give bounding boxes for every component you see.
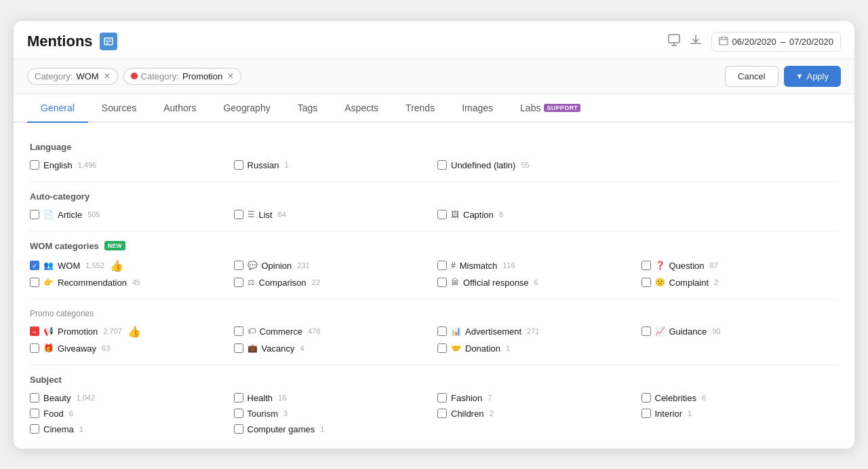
checkbox-children[interactable]: [437, 409, 447, 418]
giveaway-icon: 🎁: [43, 343, 54, 353]
checkbox-commerce[interactable]: [234, 326, 243, 336]
checkbox-undefined-latin[interactable]: [437, 160, 447, 170]
header-left: Mentions: [27, 33, 117, 50]
list-item: 📈 Guidance 90: [642, 325, 839, 338]
opinion-count: 231: [297, 261, 309, 269]
tab-authors[interactable]: Authors: [150, 94, 210, 123]
checkbox-beauty[interactable]: [30, 393, 39, 402]
checkbox-list[interactable]: [234, 210, 243, 219]
tab-sources[interactable]: Sources: [88, 94, 150, 123]
tab-images[interactable]: Images: [448, 94, 507, 123]
checkbox-complaint[interactable]: [642, 278, 651, 287]
cinema-count: 1: [79, 425, 83, 433]
language-section-title: Language: [30, 142, 838, 152]
support-badge: SUPPORT: [544, 104, 580, 112]
checkbox-vacancy[interactable]: [234, 343, 243, 353]
checkbox-mismatch[interactable]: [437, 261, 447, 270]
checkbox-donation[interactable]: [437, 343, 447, 353]
tab-tags[interactable]: Tags: [284, 94, 332, 123]
tab-geography[interactable]: Geography: [210, 94, 283, 123]
checkbox-russian[interactable]: [234, 160, 243, 170]
commerce-count: 478: [308, 327, 320, 335]
question-count: 87: [710, 261, 718, 269]
auto-category-grid: 📄 Article 505 ☰ List 64 🖼 Caption 8: [30, 210, 838, 220]
tag-wom-close[interactable]: ✕: [104, 71, 111, 81]
checkbox-computer-games[interactable]: [234, 424, 243, 434]
tab-trends[interactable]: Trends: [392, 94, 448, 123]
presentation-icon[interactable]: [668, 34, 680, 49]
guidance-count: 90: [712, 327, 720, 335]
list-item: ❓ Question 87: [642, 259, 839, 272]
header-right: 06/20/2020 – 07/20/2020: [668, 32, 841, 52]
mismatch-icon: #: [451, 261, 456, 270]
commerce-icon: 🏷: [248, 326, 256, 336]
caption-count: 8: [499, 210, 503, 219]
advertisement-count: 271: [527, 327, 539, 335]
checkbox-recommendation[interactable]: [30, 278, 39, 287]
checkbox-food[interactable]: [30, 409, 39, 418]
promotion-icon: 📢: [43, 326, 54, 336]
checkbox-comparison[interactable]: [234, 278, 243, 287]
wom-label: WOM: [58, 261, 80, 271]
list-item: 😕 Complaint 2: [642, 278, 839, 288]
cancel-button[interactable]: Cancel: [725, 66, 778, 87]
wom-section-title: WOM categories NEW: [30, 241, 838, 251]
donation-label: Donation: [465, 343, 500, 354]
tag-promotion-close[interactable]: ✕: [227, 71, 234, 81]
checkbox-celebrities[interactable]: [642, 393, 651, 402]
list-item: English 1,496: [30, 160, 227, 170]
computer-games-count: 1: [320, 425, 324, 433]
apply-button[interactable]: ▼ Apply: [784, 66, 841, 87]
fashion-count: 7: [488, 394, 492, 402]
thumbsup-emoji-wom: 👍: [110, 259, 123, 272]
filter-tag-wom: Category: WOM ✕: [27, 68, 118, 85]
checkbox-guidance[interactable]: [642, 326, 651, 336]
opinion-icon: 💬: [248, 261, 258, 270]
checkbox-article[interactable]: [30, 210, 39, 219]
list-icon: ☰: [248, 210, 255, 219]
checkbox-advertisement[interactable]: [437, 326, 447, 336]
list-item: Food 6: [30, 409, 227, 419]
undefined-latin-label: Undefined (latin): [451, 160, 515, 170]
checkbox-question[interactable]: [642, 261, 651, 270]
checkbox-interior[interactable]: [642, 409, 651, 418]
checkbox-giveaway[interactable]: [30, 343, 39, 353]
tab-aspects[interactable]: Aspects: [331, 94, 392, 123]
checkbox-health[interactable]: [234, 393, 243, 402]
tab-general[interactable]: General: [27, 94, 88, 123]
cinema-label: Cinema: [43, 424, 74, 434]
main-window: Mentions: [14, 21, 854, 449]
guidance-icon: 📈: [655, 326, 665, 336]
advertisement-icon: 📊: [451, 326, 461, 336]
date-range[interactable]: 06/20/2020 – 07/20/2020: [711, 32, 841, 52]
beauty-count: 1,042: [76, 394, 95, 402]
download-icon[interactable]: [690, 34, 702, 49]
list-item: 💬 Opinion 231: [234, 259, 431, 272]
checkbox-promotion-checked[interactable]: –: [30, 326, 39, 336]
title-icon: [100, 33, 117, 50]
list-item: Celebrities 6: [642, 393, 839, 403]
checkbox-official-response[interactable]: [437, 278, 447, 287]
language-grid: English 1,496 Russian 1 Undefined (latin…: [30, 160, 838, 170]
fashion-label: Fashion: [451, 393, 482, 403]
tourism-count: 3: [283, 409, 288, 417]
list-label: List: [259, 210, 273, 220]
list-item: 🖼 Caption 8: [437, 210, 635, 220]
list-item: Undefined (latin) 55: [437, 160, 635, 170]
tag-category-label-2: Category:: [141, 71, 179, 81]
checkbox-tourism[interactable]: [234, 409, 243, 418]
mismatch-count: 116: [502, 261, 515, 269]
checkbox-english[interactable]: [30, 160, 39, 170]
celebrities-count: 6: [702, 394, 706, 402]
checkbox-opinion[interactable]: [234, 261, 243, 270]
tabs: General Sources Authors Geography Tags A…: [14, 94, 854, 123]
checkbox-wom-checked[interactable]: ✓: [30, 261, 39, 270]
divider-1: [30, 181, 838, 182]
checkbox-caption[interactable]: [437, 210, 447, 219]
vacancy-count: 4: [300, 344, 304, 352]
checkbox-fashion[interactable]: [437, 393, 447, 402]
list-count: 64: [278, 210, 286, 219]
official-response-icon: 🏛: [451, 278, 459, 287]
checkbox-cinema[interactable]: [30, 424, 39, 434]
tab-labs[interactable]: Labs SUPPORT: [507, 94, 594, 123]
